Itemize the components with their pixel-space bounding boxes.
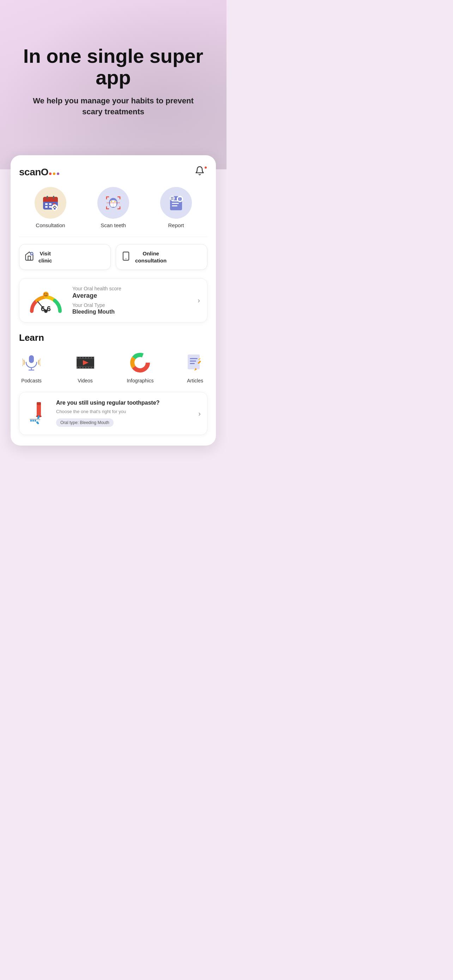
app-card: scan O bbox=[11, 155, 216, 445]
svg-rect-45 bbox=[81, 357, 82, 358]
action-report[interactable]: Report bbox=[160, 187, 192, 228]
article-subtitle: Choose the one that's right for you bbox=[56, 409, 192, 414]
learn-icons-row: Podcasts bbox=[19, 350, 207, 383]
report-label: Report bbox=[168, 222, 184, 228]
svg-rect-61 bbox=[188, 355, 200, 369]
logo-dot-red bbox=[49, 172, 51, 175]
svg-rect-6 bbox=[45, 206, 48, 208]
svg-point-60 bbox=[135, 358, 145, 367]
learn-item-articles[interactable]: Articles bbox=[183, 350, 207, 383]
svg-point-15 bbox=[114, 201, 116, 202]
logo-dot-yellow bbox=[53, 172, 56, 175]
svg-rect-44 bbox=[78, 357, 79, 358]
hero-title: In one single super app bbox=[14, 45, 212, 89]
visit-clinic-button[interactable]: Visitclinic bbox=[19, 244, 111, 270]
consultation-label: Consultation bbox=[36, 222, 65, 228]
action-consultation[interactable]: Consultation bbox=[35, 187, 66, 228]
logo-dot-purple bbox=[57, 172, 59, 175]
videos-label: Videos bbox=[78, 378, 93, 383]
podcasts-label: Podcasts bbox=[21, 378, 41, 383]
svg-rect-25 bbox=[171, 198, 173, 199]
actions-row: Consultation bbox=[19, 187, 207, 237]
svg-rect-75 bbox=[35, 420, 36, 422]
visit-clinic-label: Visitclinic bbox=[38, 250, 52, 264]
svg-point-10 bbox=[51, 204, 58, 211]
svg-rect-63 bbox=[190, 361, 196, 361]
svg-rect-74 bbox=[32, 420, 34, 422]
svg-rect-26 bbox=[171, 197, 173, 198]
oral-score-label: Your Oral health score bbox=[72, 286, 191, 291]
hero-subtitle: We help you manage your habits to preven… bbox=[25, 95, 202, 118]
svg-rect-20 bbox=[172, 205, 178, 206]
svg-rect-48 bbox=[89, 357, 91, 358]
learn-item-infographics[interactable]: Infographics bbox=[127, 350, 153, 383]
app-logo: scan O bbox=[19, 167, 59, 178]
oral-health-card[interactable]: 6.6 Your Oral health score Average Your … bbox=[19, 278, 207, 323]
consultation-icon-wrap bbox=[35, 187, 66, 219]
oral-type-label: Your Oral Type bbox=[72, 302, 191, 308]
learn-section: Learn bbox=[19, 332, 207, 383]
action-scan[interactable]: Scan teeth bbox=[97, 187, 129, 228]
svg-rect-72 bbox=[30, 419, 40, 420]
visit-row: Visitclinic Onlineconsultation bbox=[19, 237, 207, 270]
svg-rect-51 bbox=[81, 367, 82, 368]
logo-dots bbox=[49, 172, 59, 175]
oral-type-value: Bleeding Mouth bbox=[72, 309, 191, 315]
svg-rect-19 bbox=[172, 203, 179, 204]
svg-rect-52 bbox=[84, 367, 85, 368]
visit-clinic-icon bbox=[24, 251, 34, 263]
svg-rect-24 bbox=[171, 199, 173, 200]
svg-rect-12 bbox=[54, 208, 56, 210]
article-image bbox=[26, 399, 51, 428]
learn-title: Learn bbox=[19, 332, 207, 343]
oral-health-chevron: › bbox=[197, 296, 200, 304]
notification-dot bbox=[204, 166, 207, 169]
svg-point-14 bbox=[111, 201, 112, 202]
oral-score-value: Average bbox=[72, 292, 191, 299]
article-title: Are you still using regular toothpaste? bbox=[56, 399, 192, 407]
svg-rect-4 bbox=[49, 203, 51, 205]
infographic-icon-wrap bbox=[128, 350, 153, 375]
notification-bell[interactable] bbox=[195, 166, 207, 178]
svg-point-37 bbox=[46, 293, 47, 294]
oral-score-info: Your Oral health score Average Your Oral… bbox=[72, 286, 191, 315]
svg-rect-49 bbox=[92, 357, 94, 358]
svg-rect-69 bbox=[37, 402, 41, 405]
svg-rect-46 bbox=[84, 357, 85, 358]
online-consultation-label: Onlineconsultation bbox=[135, 250, 167, 264]
svg-rect-8 bbox=[46, 196, 48, 199]
svg-rect-7 bbox=[49, 206, 51, 208]
article-card[interactable]: Are you still using regular toothpaste? … bbox=[19, 392, 207, 435]
article-chevron: › bbox=[198, 410, 201, 418]
svg-rect-2 bbox=[43, 200, 58, 202]
infographics-label: Infographics bbox=[127, 378, 153, 383]
video-icon-wrap bbox=[73, 350, 98, 375]
svg-rect-62 bbox=[190, 358, 197, 359]
article-icon-wrap bbox=[183, 350, 207, 375]
online-consultation-icon bbox=[121, 251, 131, 263]
scan-label: Scan teeth bbox=[100, 222, 126, 228]
articles-label: Articles bbox=[187, 378, 203, 383]
logo-scan-text: scan bbox=[19, 167, 41, 178]
learn-item-videos[interactable]: Videos bbox=[73, 350, 98, 383]
article-content: Are you still using regular toothpaste? … bbox=[56, 399, 192, 427]
svg-point-36 bbox=[45, 293, 45, 294]
svg-rect-53 bbox=[86, 367, 88, 368]
learn-item-podcasts[interactable]: Podcasts bbox=[19, 350, 44, 383]
gauge-score: 6.6 bbox=[41, 305, 51, 313]
svg-rect-64 bbox=[190, 363, 195, 364]
svg-rect-3 bbox=[45, 203, 48, 205]
report-icon-wrap bbox=[160, 187, 192, 219]
svg-rect-50 bbox=[78, 367, 79, 368]
app-header: scan O bbox=[19, 166, 207, 178]
svg-rect-31 bbox=[123, 252, 129, 260]
svg-rect-55 bbox=[92, 367, 94, 368]
online-consultation-button[interactable]: Onlineconsultation bbox=[116, 244, 207, 270]
svg-rect-38 bbox=[29, 355, 34, 363]
svg-rect-47 bbox=[86, 357, 88, 358]
hero-section: In one single super app We help you mana… bbox=[0, 0, 227, 169]
gauge-container: 6.6 bbox=[27, 288, 65, 313]
article-tag: Oral type: Bleeding Mouth bbox=[56, 418, 114, 427]
svg-rect-9 bbox=[53, 196, 54, 199]
logo-o: O bbox=[41, 167, 48, 178]
